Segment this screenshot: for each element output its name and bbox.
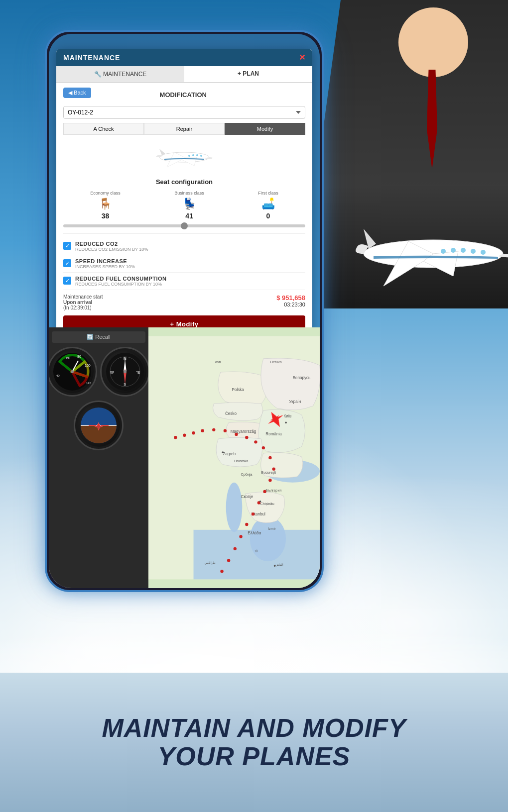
svg-text:Izmir: Izmir [268,526,276,531]
tagline-line2: YOUR PLANES [158,742,351,771]
maintenance-time: 03:23:30 [276,302,305,307]
mod-fuel-desc: REDUCES FUEL CONSUMPTION BY 10% [75,282,305,287]
modal-title: MAINTENANCE [63,54,120,62]
maintenance-left: Maintenance start Upon arrival (In 02:39… [63,294,103,310]
svg-text:България: България [265,488,281,493]
maintenance-modal: MAINTENANCE ✕ 🔧 MAINTENANCE + PLAN ◀ Bac… [56,49,312,338]
mod-speed-desc: INCREASES SPEED BY 10% [75,264,305,269]
maintenance-start-label: Maintenance start [63,294,103,300]
svg-text:Zagreb: Zagreb [223,452,236,456]
economy-icon: 🪑 [90,198,121,210]
maintenance-background: MAINTENANCE ✕ 🔧 MAINTENANCE + PLAN ◀ Bac… [49,34,320,327]
svg-point-71 [212,428,215,431]
svg-text:100: 100 [85,364,91,367]
check-tab-modify[interactable]: Modify [225,123,305,135]
maintenance-right: $ 951,658 03:23:30 [276,294,305,307]
mod-option-speed: SPEED INCREASE INCREASES SPEED BY 10% [63,255,305,273]
mod-co2-text: REDUCED CO2 REDUCES CO2 EMISSION BY 10% [75,241,305,252]
recall-button[interactable]: 🔄 Recall [52,331,145,343]
modal-tabs: 🔧 MAINTENANCE + PLAN [56,66,312,83]
heading-indicator: N S E W [100,347,150,397]
svg-point-82 [252,512,254,515]
svg-text:80: 80 [77,355,81,358]
svg-point-79 [268,479,271,482]
seat-slider[interactable] [63,224,305,227]
svg-point-92 [285,422,287,424]
svg-text:60: 60 [66,356,70,360]
svg-text:W: W [110,370,114,375]
business-count: 41 [185,212,193,220]
svg-point-10 [200,155,202,157]
svg-point-9 [196,154,198,156]
heading-inner: N S E W [104,350,146,393]
check-tab-acheck[interactable]: A Check [63,123,144,135]
svg-point-78 [272,467,275,470]
svg-point-13 [71,370,74,373]
svg-point-83 [245,523,248,526]
svg-text:București: București [261,470,276,475]
svg-point-94 [259,501,261,503]
svg-point-74 [245,436,248,439]
bottom-clouds-decoration [0,613,508,673]
airspeed-inner: 60 80 100 40 120 [51,350,94,393]
svg-text:Київ: Київ [284,414,292,418]
mod-co2-name: REDUCED CO2 [75,241,305,247]
svg-point-31 [124,370,127,373]
seat-classes: Economy class 🪑 38 Business class 💺 41 F… [63,191,305,220]
svg-text:avn: avn [215,360,221,364]
svg-point-7 [188,155,190,157]
map-area: Polska Česko Magyarország România Zagreb… [148,327,320,588]
svg-point-93 [222,451,224,453]
svg-point-87 [220,570,223,573]
svg-point-85 [234,547,237,550]
svg-point-67 [174,436,177,439]
svg-text:Chișinău: Chișinău [260,502,274,506]
tab-maintenance[interactable]: 🔧 MAINTENANCE [56,66,184,82]
tagline-line1: MAINTAIN AND MODIFY [102,713,406,742]
mod-option-co2: REDUCED CO2 REDUCES CO2 EMISSION BY 10% [63,238,305,255]
airspeed-indicator: 60 80 100 40 120 [49,347,97,397]
mod-fuel-text: REDUCED FUEL CONSUMPTION REDUCES FUEL CO… [75,276,305,287]
svg-point-84 [239,535,242,538]
business-label: Business class [174,191,204,196]
svg-text:Lietuva: Lietuva [270,360,282,364]
bottom-text-section: MAINTAIN AND MODIFY YOUR PLANES [0,673,508,812]
maintenance-cost: $ 951,658 [276,294,305,302]
check-tab-repair[interactable]: Repair [144,123,225,135]
svg-text:Беларусь: Беларусь [293,376,311,380]
first-label: First class [258,191,278,196]
map-section: 🔄 Recall [49,327,320,588]
svg-point-69 [192,431,195,434]
mod-speed-name: SPEED INCREASE [75,258,305,264]
map-svg: Polska Česko Magyarország România Zagreb… [148,327,320,588]
aircraft-image [63,140,305,174]
slider-thumb [181,222,188,229]
aircraft-selector[interactable]: OY-012-2 [63,106,305,119]
svg-point-42 [226,483,243,532]
attitude-indicator [74,401,124,450]
svg-point-73 [235,433,238,436]
close-button[interactable]: ✕ [299,53,305,62]
checkbox-speed[interactable] [63,259,71,267]
svg-text:E: E [137,370,140,375]
back-button[interactable]: ◀ Back [63,88,91,98]
person-tie [423,70,441,169]
svg-point-1 [441,249,446,254]
svg-text:Τύ: Τύ [254,549,258,553]
svg-point-4 [471,249,476,254]
svg-point-72 [224,429,227,432]
maintenance-in-label: (In 02:39:01) [63,305,103,310]
phone-frame: MAINTENANCE ✕ 🔧 MAINTENANCE + PLAN ◀ Bac… [45,30,324,592]
svg-text:Скопје: Скопје [241,495,254,499]
modal-body: ◀ Back MODIFICATION OY-012-2 A Check Rep… [56,83,312,338]
checkbox-fuel[interactable] [63,277,71,285]
first-count: 0 [266,212,270,220]
main-tagline: MAINTAIN AND MODIFY YOUR PLANES [102,714,406,771]
svg-text:Hrvatska: Hrvatska [234,459,249,463]
mod-co2-desc: REDUCES CO2 EMISSION BY 10% [75,247,305,252]
checkbox-co2[interactable] [63,242,71,250]
svg-text:Србија: Србија [241,472,253,477]
tab-plan[interactable]: + PLAN [184,66,312,82]
svg-text:Česko: Česko [225,411,237,416]
svg-text:Magyarország: Magyarország [231,429,256,434]
